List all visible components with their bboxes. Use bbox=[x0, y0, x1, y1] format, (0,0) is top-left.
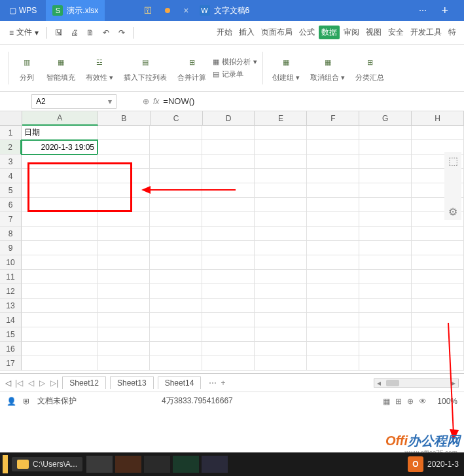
cell[interactable] bbox=[359, 126, 412, 140]
cell[interactable] bbox=[359, 255, 412, 270]
magnify-icon[interactable]: ⊕ bbox=[143, 97, 149, 106]
cell[interactable] bbox=[98, 356, 150, 371]
row-header[interactable]: 14 bbox=[0, 313, 22, 327]
cell[interactable] bbox=[22, 342, 98, 356]
row-header[interactable]: 7 bbox=[0, 212, 22, 227]
row-header[interactable]: 16 bbox=[0, 342, 22, 356]
tab-devtools[interactable]: 开发工具 bbox=[408, 26, 444, 39]
cell[interactable] bbox=[150, 270, 202, 284]
cell[interactable] bbox=[255, 356, 307, 371]
cell[interactable] bbox=[22, 284, 98, 299]
taskbar-item[interactable]: C:\Users\A... bbox=[12, 457, 82, 471]
cell[interactable] bbox=[255, 212, 307, 227]
column-header-F[interactable]: F bbox=[307, 111, 359, 126]
cell[interactable] bbox=[98, 270, 150, 284]
cell[interactable] bbox=[202, 356, 255, 371]
column-header-G[interactable]: G bbox=[359, 111, 412, 126]
close-tab-icon[interactable]: × bbox=[183, 5, 188, 16]
cell[interactable] bbox=[202, 284, 255, 299]
cell[interactable] bbox=[307, 169, 359, 183]
select-all-corner[interactable] bbox=[0, 111, 22, 126]
cell[interactable] bbox=[307, 227, 359, 241]
cell[interactable] bbox=[359, 327, 412, 342]
cell[interactable] bbox=[307, 313, 359, 327]
cell[interactable] bbox=[202, 155, 255, 169]
subtotal-button[interactable]: ⊞ 分类汇总 bbox=[351, 52, 388, 84]
cell[interactable] bbox=[202, 140, 255, 155]
cell[interactable] bbox=[150, 126, 202, 140]
cell[interactable] bbox=[150, 284, 202, 299]
row-header[interactable]: 6 bbox=[0, 198, 22, 212]
cell[interactable] bbox=[98, 342, 150, 356]
cell[interactable] bbox=[98, 284, 150, 299]
cell[interactable] bbox=[202, 313, 255, 327]
tab-start[interactable]: 开始 bbox=[214, 26, 235, 39]
workbook-tab[interactable]: S 演示.xlsx bbox=[46, 0, 105, 21]
cell[interactable] bbox=[202, 169, 255, 183]
cell[interactable] bbox=[307, 284, 359, 299]
row-header[interactable]: 3 bbox=[0, 155, 22, 169]
cell[interactable] bbox=[202, 270, 255, 284]
tab-insert[interactable]: 插入 bbox=[236, 26, 257, 39]
redo-icon[interactable]: ↷ bbox=[115, 26, 128, 39]
cell[interactable] bbox=[98, 198, 150, 212]
grid-body[interactable]: 日期 2020-1-3 19:05 bbox=[22, 126, 464, 371]
row-header[interactable]: 12 bbox=[0, 284, 22, 299]
cell[interactable] bbox=[412, 313, 464, 327]
cell[interactable] bbox=[22, 183, 98, 198]
cell[interactable] bbox=[98, 227, 150, 241]
cell[interactable] bbox=[255, 270, 307, 284]
cell[interactable] bbox=[150, 227, 202, 241]
cell[interactable] bbox=[22, 241, 98, 255]
row-header[interactable]: 15 bbox=[0, 327, 22, 342]
cell[interactable] bbox=[98, 255, 150, 270]
cell[interactable] bbox=[307, 198, 359, 212]
cell[interactable] bbox=[202, 241, 255, 255]
tab-security[interactable]: 安全 bbox=[385, 26, 406, 39]
next-sheet-icon[interactable]: ▷ bbox=[39, 378, 45, 388]
cell[interactable] bbox=[359, 284, 412, 299]
row-header[interactable]: 8 bbox=[0, 227, 22, 241]
column-header-E[interactable]: E bbox=[255, 111, 307, 126]
settings-icon[interactable]: ⚙ bbox=[447, 206, 459, 217]
cell[interactable] bbox=[255, 227, 307, 241]
cell[interactable] bbox=[150, 198, 202, 212]
sheet-tab[interactable]: Sheet12 bbox=[62, 376, 106, 389]
cell[interactable] bbox=[359, 183, 412, 198]
cell[interactable] bbox=[22, 313, 98, 327]
tab-pagelayout[interactable]: 页面布局 bbox=[259, 26, 295, 39]
preview-icon[interactable]: 🗎 bbox=[84, 26, 97, 39]
cell[interactable] bbox=[98, 299, 150, 313]
cell[interactable] bbox=[22, 299, 98, 313]
cell[interactable] bbox=[359, 169, 412, 183]
cell[interactable] bbox=[255, 183, 307, 198]
cell[interactable] bbox=[307, 241, 359, 255]
cell[interactable] bbox=[412, 284, 464, 299]
cell[interactable] bbox=[22, 198, 98, 212]
cell[interactable] bbox=[98, 140, 150, 155]
taskbar-item[interactable] bbox=[144, 456, 170, 473]
cell[interactable] bbox=[359, 270, 412, 284]
cell[interactable] bbox=[307, 155, 359, 169]
file-menu[interactable]: ≡ 文件 ▾ bbox=[5, 27, 43, 38]
more-sheets-icon[interactable]: ⋯ bbox=[209, 378, 217, 388]
cell[interactable] bbox=[150, 255, 202, 270]
cell[interactable] bbox=[412, 241, 464, 255]
cell[interactable] bbox=[255, 169, 307, 183]
form-button[interactable]: ▤ 记录单 bbox=[213, 69, 257, 79]
cell[interactable] bbox=[202, 227, 255, 241]
cell[interactable] bbox=[359, 299, 412, 313]
cell[interactable] bbox=[150, 313, 202, 327]
taskbar-item[interactable] bbox=[202, 456, 228, 473]
cell[interactable] bbox=[98, 183, 150, 198]
cell[interactable] bbox=[359, 356, 412, 371]
sheet-tab[interactable]: Sheet13 bbox=[110, 376, 154, 389]
first-sheet-icon[interactable]: |◁ bbox=[15, 378, 23, 388]
fx-icon[interactable]: fx bbox=[153, 97, 159, 106]
name-box[interactable]: A2 ▾ bbox=[31, 94, 116, 109]
cell[interactable] bbox=[98, 212, 150, 227]
cell[interactable] bbox=[307, 255, 359, 270]
cell[interactable] bbox=[255, 155, 307, 169]
cell[interactable] bbox=[150, 241, 202, 255]
cell[interactable] bbox=[98, 126, 150, 140]
